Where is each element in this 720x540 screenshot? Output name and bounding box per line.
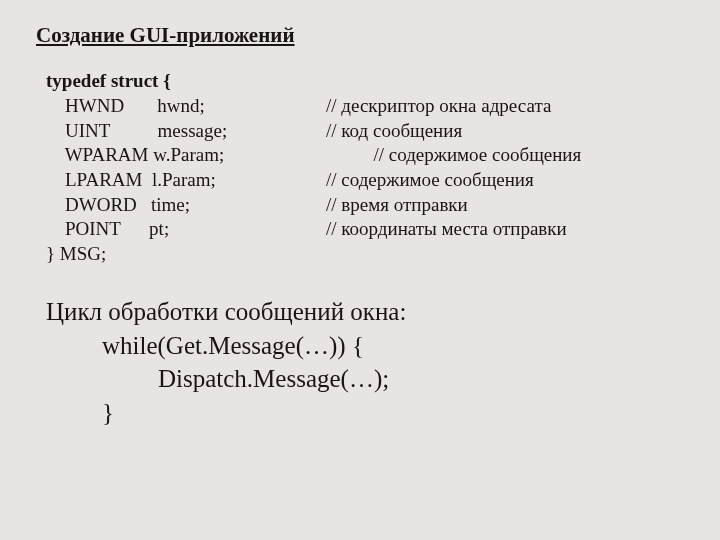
struct-row: HWND hwnd; // дескриптор окна адресата — [46, 94, 684, 119]
struct-comment: // время отправки — [326, 193, 684, 218]
struct-row: POINT pt; // координаты места отправки — [46, 217, 684, 242]
loop-dispatch: Dispatch.Message(…); — [46, 362, 684, 396]
struct-row: UINT message; // код сообщения — [46, 119, 684, 144]
struct-row: WPARAM w.Param; // содержимое сообщения — [46, 143, 684, 168]
struct-row: DWORD time; // время отправки — [46, 193, 684, 218]
struct-comment: // дескриптор окна адресата — [326, 94, 684, 119]
struct-comment: // содержимое сообщения — [326, 168, 684, 193]
loop-close-brace: } — [46, 396, 684, 430]
struct-field: WPARAM w.Param; — [46, 143, 326, 168]
struct-comment: // код сообщения — [326, 119, 684, 144]
struct-open: typedef struct { — [46, 69, 684, 94]
loop-heading: Цикл обработки сообщений окна: — [46, 295, 684, 329]
struct-field: HWND hwnd; — [46, 94, 326, 119]
struct-definition: typedef struct { HWND hwnd; // дескрипто… — [46, 69, 684, 267]
struct-close: } MSG; — [46, 242, 684, 267]
struct-field: DWORD time; — [46, 193, 326, 218]
struct-row: LPARAM l.Param; // содержимое сообщения — [46, 168, 684, 193]
struct-field: UINT message; — [46, 119, 326, 144]
loop-while: while(Get.Message(…)) { — [46, 329, 684, 363]
slide-title: Создание GUI-приложений — [36, 22, 684, 49]
struct-comment: // координаты места отправки — [326, 217, 684, 242]
struct-comment: // содержимое сообщения — [326, 143, 684, 168]
struct-field: POINT pt; — [46, 217, 326, 242]
message-loop-block: Цикл обработки сообщений окна: while(Get… — [46, 295, 684, 430]
struct-field: LPARAM l.Param; — [46, 168, 326, 193]
